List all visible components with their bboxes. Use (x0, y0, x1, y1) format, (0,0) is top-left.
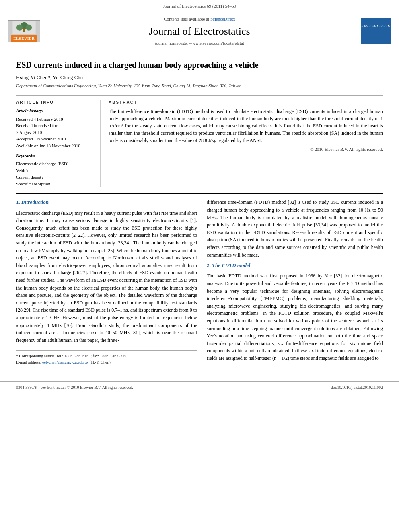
available-date: Available online 18 November 2010 (16, 142, 94, 149)
body-divider (16, 193, 383, 194)
svg-point-4 (26, 25, 32, 31)
footer-doi: doi:10.1016/j.elstat.2010.11.002 (331, 385, 383, 390)
elsevier-box: ELSEVIER (8, 20, 40, 42)
received-date: Received 4 February 2010 (16, 116, 94, 123)
article-info-column: ARTICLE INFO Article history: Received 4… (16, 100, 101, 187)
footnote-email-link[interactable]: eelychen@saturn.yzu.edu.tw (42, 360, 89, 364)
svg-point-3 (16, 25, 23, 31)
keywords-label: Keywords: (16, 153, 94, 159)
keyword-4: Specific absorption (16, 181, 94, 187)
electrostatics-box: ELECTROSTATICS (361, 18, 391, 44)
section2-title: The FDTD model (212, 262, 250, 268)
electrostatics-logo: ELECTROSTATICS (355, 18, 391, 44)
footnote-email-suffix: (H.-Y. Chen). (90, 360, 111, 364)
sciencedirect-line: Contents lists available at ScienceDirec… (44, 16, 355, 22)
footnote-email: E-mail address: eelychen@saturn.yzu.edu.… (16, 359, 197, 365)
footnote-email-label: E-mail address: (16, 360, 41, 364)
footnote-star: * Corresponding author. Tel.: +886 3 463… (16, 353, 197, 359)
footer-issn: 0304-3886/$ – see front matter © 2010 El… (16, 385, 133, 390)
elsevier-logo: ELSEVIER (8, 20, 44, 42)
top-header: Journal of Electrostatics 69 (2011) 54–5… (0, 0, 399, 12)
sciencedirect-link[interactable]: ScienceDirect (210, 16, 235, 21)
right-column: difference time-domain (FDTD) method [32… (207, 199, 383, 365)
abstract-column: ABSTRACT The finite-difference time-doma… (109, 100, 383, 187)
page-footer: 0304-3886/$ – see front matter © 2010 El… (0, 381, 399, 394)
abstract-label: ABSTRACT (109, 100, 383, 105)
copyright: © 2010 Elsevier B.V. All rights reserved… (109, 146, 383, 152)
section2-heading: 2. The FDTD model (207, 262, 383, 269)
authors: Hsing-Yi Chen*, Yu-Ching Chu (16, 74, 383, 81)
section1-heading: 1. Introduction (16, 199, 197, 206)
electrostatics-label: ELECTROSTATICS (359, 24, 393, 28)
info-area: ARTICLE INFO Article history: Received 4… (16, 100, 383, 187)
section2-paragraph1: The basic FDTD method was first proposed… (207, 272, 383, 362)
section2-number: 2. (207, 262, 211, 268)
received-revised-label: Received in revised form (16, 122, 94, 129)
section1-number: 1. (16, 199, 20, 205)
article-title: ESD currents induced in a charged human … (16, 60, 383, 70)
svg-rect-2 (23, 29, 25, 33)
journal-ref: Journal of Electrostatics 69 (2011) 54–5… (0, 3, 399, 9)
homepage-line: journal homepage: www.elsevier.com/locat… (44, 40, 355, 46)
body-columns: 1. Introduction Electrostatic discharge … (16, 199, 383, 365)
keyword-2: Vehicle (16, 167, 94, 174)
section1-paragraph2: difference time-domain (FDTD) method [32… (207, 199, 383, 259)
journal-header: ELSEVIER Contents lists available at Sci… (0, 12, 399, 51)
divider-1 (16, 95, 383, 96)
article-content: ESD currents induced in a charged human … (0, 51, 399, 374)
journal-title: Journal of Electrostatics (44, 24, 355, 39)
section1-title: Introduction (21, 199, 49, 205)
section1-paragraph1: Electrostatic discharge (ESD) may result… (16, 210, 197, 344)
affiliation: Department of Communications Engineering… (16, 83, 383, 89)
abstract-text: The finite-difference time-domain (FDTD)… (109, 108, 383, 144)
footnote-area: * Corresponding author. Tel.: +886 3 463… (16, 350, 197, 365)
article-info-label: ARTICLE INFO (16, 100, 94, 105)
article-history-label: Article history: (16, 108, 94, 114)
accepted-date: Accepted 1 November 2010 (16, 136, 94, 142)
logo-lines (366, 31, 386, 39)
received-revised-date: 7 August 2010 (16, 129, 94, 136)
journal-center: Contents lists available at ScienceDirec… (44, 16, 355, 46)
keyword-3: Current density (16, 174, 94, 181)
keyword-1: Electrostatic discharge (ESD) (16, 160, 94, 167)
left-column: 1. Introduction Electrostatic discharge … (16, 199, 197, 365)
elsevier-label: ELSEVIER (11, 35, 37, 42)
